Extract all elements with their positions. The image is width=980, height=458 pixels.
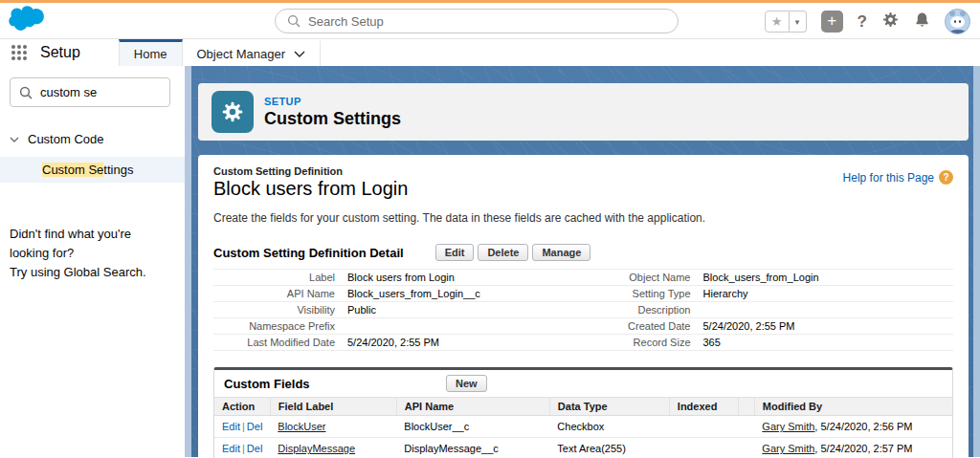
manage-button[interactable]: Manage <box>532 244 590 261</box>
detail-row-created-date: Created Date5/24/2020, 2:55 PM <box>584 318 954 335</box>
custom-fields-related-list: Custom Fields New Action Field Label API… <box>213 367 953 458</box>
custom-settings-gear-icon <box>212 91 254 133</box>
del-link[interactable]: Del <box>247 421 263 432</box>
modified-by-cell: Gary Smith, 5/24/2020, 2:56 PM <box>754 416 952 438</box>
detail-heading: Custom Setting Definition Detail <box>213 246 404 260</box>
quick-find <box>10 77 170 107</box>
detail-row-setting-type: Setting TypeHierarchy <box>584 286 954 302</box>
data-type-cell: Checkbox <box>549 416 669 438</box>
custom-fields-table: Action Field Label API Name Data Type In… <box>214 397 952 458</box>
avatar-hood <box>949 30 967 34</box>
salesforce-setup-screen: ★ ▾ + ? Setup Home <box>0 0 980 458</box>
user-avatar[interactable] <box>945 9 970 34</box>
favorites-star-icon[interactable]: ★ <box>765 11 790 33</box>
new-field-button[interactable]: New <box>446 375 487 392</box>
tab-object-manager[interactable]: Object Manager <box>183 39 322 66</box>
global-actions-icon[interactable]: + <box>821 11 843 33</box>
detail-left-column: LabelBlock users from Login API NameBloc… <box>213 270 584 351</box>
quick-find-input[interactable] <box>10 77 170 107</box>
col-data-type: Data Type <box>549 398 669 416</box>
chevron-down-icon <box>294 51 305 57</box>
help-icon[interactable]: ? <box>858 12 867 32</box>
global-search <box>275 9 679 33</box>
tree-group-custom-code[interactable]: Custom Code <box>0 128 185 150</box>
detail-row-api-name: API NameBlock_users_from_Login__c <box>213 286 584 302</box>
main-region: SETUP Custom Settings Custom Setting Def… <box>191 66 980 457</box>
item-label-rest: ttings <box>103 163 133 177</box>
modified-by-user-link[interactable]: Gary Smith <box>762 421 814 432</box>
page-header-card: SETUP Custom Settings <box>198 83 969 141</box>
edit-button[interactable]: Edit <box>435 244 475 261</box>
tree-group-label: Custom Code <box>28 132 103 146</box>
detail-row-object-name: Object NameBlock_users_from_Login <box>584 270 954 286</box>
detail-section-header: Custom Setting Definition Detail Edit De… <box>213 244 953 261</box>
global-header: ★ ▾ + ? <box>0 3 980 39</box>
page-eyebrow: SETUP <box>264 96 401 107</box>
tab-home-label: Home <box>134 47 167 61</box>
footer-line-1: Didn't find what you're looking for? <box>10 225 173 263</box>
notifications-bell-icon[interactable] <box>914 11 930 32</box>
help-page-link[interactable]: Help for this Page <box>843 171 934 185</box>
content-card: Custom Setting Definition Block users fr… <box>198 155 969 457</box>
field-label-link[interactable]: DisplayMessage <box>278 443 355 454</box>
avatar-face <box>950 16 965 28</box>
setup-gear-icon[interactable] <box>881 11 900 33</box>
detail-row-namespace-prefix: Namespace Prefix <box>213 318 584 335</box>
col-spacer <box>738 398 754 416</box>
edit-link[interactable]: Edit <box>222 443 240 454</box>
footer-line-2: Try using Global Search. <box>10 263 173 282</box>
help-badge-icon[interactable]: ? <box>939 170 953 185</box>
main-scrollbar-track[interactable] <box>973 66 980 457</box>
favorites-caret-icon[interactable]: ▾ <box>790 11 807 33</box>
chevron-down-icon <box>10 137 19 142</box>
table-header-row: Action Field Label API Name Data Type In… <box>214 398 952 416</box>
data-type-cell: Text Area(255) <box>549 438 669 458</box>
favorites-group: ★ ▾ <box>765 11 807 33</box>
detail-row-label: LabelBlock users from Login <box>213 270 584 286</box>
field-label-link[interactable]: BlockUser <box>278 421 325 432</box>
del-link[interactable]: Del <box>247 443 263 454</box>
delete-button[interactable]: Delete <box>478 244 528 261</box>
table-row: Edit|Del DisplayMessage DisplayMessage__… <box>214 438 952 458</box>
api-name-cell: DisplayMessage__c <box>396 438 549 458</box>
header-utility-icons: ★ ▾ + ? <box>765 9 970 34</box>
salesforce-logo-icon <box>8 6 56 41</box>
description-text: Create the fields for your custom settin… <box>213 211 953 225</box>
tab-home[interactable]: Home <box>119 39 183 66</box>
search-icon <box>287 14 301 32</box>
workspace: Custom Code Custom Settings Didn't find … <box>0 66 980 457</box>
setup-sidebar: Custom Code Custom Settings Didn't find … <box>0 66 185 457</box>
global-search-input[interactable] <box>275 9 679 33</box>
edit-link[interactable]: Edit <box>222 421 240 432</box>
col-modified-by: Modified By <box>754 398 952 416</box>
col-api-name: API Name <box>396 398 549 416</box>
detail-grid: LabelBlock users from Login API NameBloc… <box>213 269 953 351</box>
action-cell: Edit|Del <box>214 416 270 438</box>
indexed-cell <box>669 416 738 438</box>
sidebar-scrollbar-track[interactable] <box>185 66 191 457</box>
avatar-ear <box>960 11 966 16</box>
modified-by-cell: Gary Smith, 5/24/2020, 2:57 PM <box>754 438 952 458</box>
tab-object-manager-label: Object Manager <box>197 47 286 61</box>
search-match-highlight: Custom Se <box>42 163 103 177</box>
app-name: Setup <box>27 39 119 66</box>
setup-tree: Custom Code Custom Settings <box>0 128 185 183</box>
detail-row-visibility: VisibilityPublic <box>213 302 584 318</box>
detail-buttons: Edit Delete Manage <box>435 244 591 261</box>
detail-right-column: Object NameBlock_users_from_Login Settin… <box>584 270 954 351</box>
sidebar-item-custom-settings[interactable]: Custom Settings <box>0 157 185 183</box>
avatar-ear <box>949 11 955 16</box>
col-action: Action <box>214 398 270 416</box>
help-for-page: Help for this Page ? <box>843 170 953 185</box>
sidebar-footer-text: Didn't find what you're looking for? Try… <box>10 225 173 282</box>
table-row: Edit|Del BlockUser BlockUser__c Checkbox… <box>214 416 952 438</box>
setup-nav-bar: Setup Home Object Manager <box>0 39 980 66</box>
modified-by-user-link[interactable]: Gary Smith <box>762 443 814 454</box>
col-indexed: Indexed <box>669 398 738 416</box>
page-title: Custom Settings <box>264 109 401 129</box>
custom-fields-header: Custom Fields New <box>214 370 952 397</box>
search-icon <box>19 86 33 103</box>
detail-row-description: Description <box>584 302 954 318</box>
app-launcher-icon[interactable] <box>11 39 27 66</box>
custom-fields-heading: Custom Fields <box>224 377 310 391</box>
